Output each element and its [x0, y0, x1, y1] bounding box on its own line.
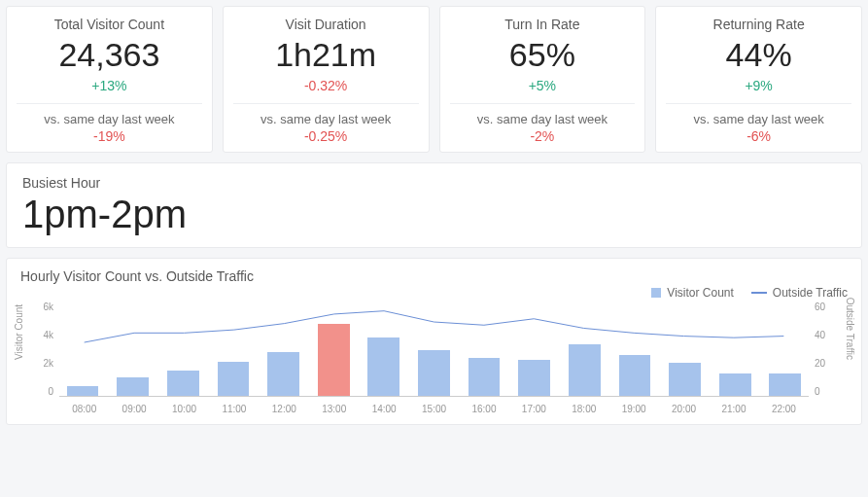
busiest-value: 1pm-2pm — [22, 191, 846, 237]
legend-item-line: Outside Traffic — [751, 286, 848, 300]
ytick: 0 — [36, 386, 53, 397]
xtick: 14:00 — [359, 404, 408, 414]
stat-value: 65% — [450, 36, 636, 74]
line-overlay — [59, 302, 809, 396]
stat-delta: -0.32% — [233, 78, 419, 93]
stat-card-returning-rate: Returning Rate 44% +9% vs. same day last… — [655, 6, 862, 153]
stat-title: Returning Rate — [666, 17, 851, 32]
stat-delta: +5% — [450, 78, 636, 93]
busiest-title: Busiest Hour — [22, 175, 846, 191]
xtick: 19:00 — [608, 404, 658, 414]
compare-label: vs. same day last week — [450, 103, 636, 126]
xtick: 17:00 — [509, 404, 559, 414]
stat-value: 24,363 — [17, 36, 202, 74]
compare-delta: -0.25% — [233, 128, 419, 144]
compare-delta: -19% — [17, 128, 202, 144]
compare-label: vs. same day last week — [233, 103, 419, 126]
compare-label: vs. same day last week — [666, 103, 851, 126]
stat-title: Turn In Rate — [450, 17, 636, 32]
compare-delta: -6% — [666, 128, 851, 144]
y-axis-label-right: Outside Traffic — [845, 298, 855, 360]
outside-traffic-line — [85, 311, 784, 342]
stats-row: Total Visitor Count 24,363 +13% vs. same… — [6, 6, 862, 153]
ytick: 40 — [815, 330, 832, 340]
compare-label: vs. same day last week — [17, 103, 202, 126]
legend-label: Outside Traffic — [773, 286, 848, 300]
xtick: 10:00 — [159, 404, 209, 414]
y-ticks-right: 60 40 20 0 — [815, 302, 832, 397]
xtick: 09:00 — [109, 404, 158, 414]
stat-title: Total Visitor Count — [17, 17, 202, 32]
ytick: 4k — [36, 330, 53, 340]
stat-card-turn-in-rate: Turn In Rate 65% +5% vs. same day last w… — [439, 6, 646, 153]
stat-value: 44% — [666, 36, 851, 74]
chart-title: Hourly Visitor Count vs. Outside Traffic — [20, 268, 848, 284]
ytick: 60 — [815, 302, 832, 312]
stat-card-visit-duration: Visit Duration 1h21m -0.32% vs. same day… — [223, 6, 430, 153]
xtick: 16:00 — [459, 404, 508, 414]
stat-delta: +9% — [666, 78, 851, 93]
legend-item-bar: Visitor Count — [651, 286, 733, 300]
ytick: 20 — [815, 358, 832, 369]
chart-card: Hourly Visitor Count vs. Outside Traffic… — [6, 258, 862, 425]
stat-value: 1h21m — [233, 36, 419, 74]
plot-area — [59, 302, 809, 397]
compare-delta: -2% — [450, 128, 636, 144]
ytick: 0 — [815, 386, 832, 397]
xtick: 13:00 — [309, 404, 359, 414]
ytick: 6k — [36, 302, 53, 312]
xtick: 08:00 — [59, 404, 109, 414]
stat-card-total-visitor: Total Visitor Count 24,363 +13% vs. same… — [6, 6, 213, 153]
busiest-hour-card: Busiest Hour 1pm-2pm — [6, 162, 862, 248]
xtick: 18:00 — [559, 404, 608, 414]
y-axis-label-left: Visitor Count — [14, 304, 24, 360]
chart-legend: Visitor Count Outside Traffic — [20, 286, 848, 300]
stat-title: Visit Duration — [233, 17, 419, 32]
ytick: 2k — [36, 358, 53, 369]
xtick: 20:00 — [659, 404, 709, 414]
xtick: 12:00 — [260, 404, 309, 414]
line-icon — [751, 292, 767, 294]
stat-delta: +13% — [17, 78, 202, 93]
legend-label: Visitor Count — [667, 286, 733, 300]
chart-area: Visitor Count Outside Traffic 6k 4k 2k 0… — [20, 302, 848, 418]
y-ticks-left: 6k 4k 2k 0 — [36, 302, 53, 397]
x-ticks: 08:0009:0010:0011:0012:0013:0014:0015:00… — [59, 404, 809, 414]
xtick: 15:00 — [409, 404, 459, 414]
xtick: 11:00 — [209, 404, 259, 414]
xtick: 21:00 — [709, 404, 758, 414]
xtick: 22:00 — [759, 404, 809, 414]
square-icon — [651, 288, 661, 298]
